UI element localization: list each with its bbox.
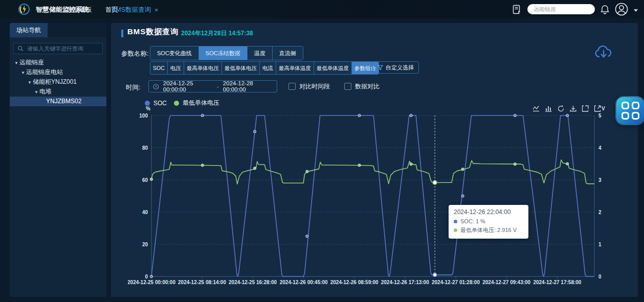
x-tick-label: 2024-12-25 00:00:00 [128,280,175,285]
main-panel: BMS数据查询 2024年12月28日 14:57:38 参数名称: SOC变化… [111,23,638,297]
download-cloud-icon[interactable] [594,43,613,62]
chart-tooltip: 2024-12-26 22:04:00 SOC: 1 %最低单体电压: 2.91… [449,205,528,239]
soc-marker-dot [514,114,516,117]
checkbox-label: 对比时间段 [299,82,330,91]
tree-node-label: 远能锦座 [19,59,44,66]
tab-station-navigation[interactable]: 场站导航 [10,23,48,37]
screen: 智慧储能监控系统 数据看板首页 BMS数据查询 × [0,0,644,302]
param-tab-SOC变化曲线[interactable]: SOC变化曲线 [150,47,199,60]
tooltip-row-最低单体电压: 最低单体电压: 2.916 V [454,226,523,235]
tree-node-YNJZBMS02[interactable]: YNJZBMS02 [10,97,106,106]
sub-tab-最低单体温度[interactable]: 最低单体温度 [314,62,352,74]
soc-marker-dot [358,114,361,117]
doc-tab-label: BMS数据查询 [112,6,151,14]
caret-down-icon[interactable]: ▼ [27,78,33,87]
checkbox-对比时间段[interactable]: 对比时间段 [288,82,330,91]
bms-line-chart[interactable]: 2024-12-25 00:00:002024-12-25 08:14:0020… [128,100,629,294]
nav-menu-item-0[interactable]: 数据看板 [66,6,92,14]
time-range-end: 2024-12-28 00:00:00 [223,80,273,92]
caret-down-icon[interactable]: ▼ [33,87,39,97]
sub-tab-最高单体温度[interactable]: 最高单体温度 [276,62,314,74]
doc-tab-bms-query[interactable]: BMS数据查询 × [112,6,159,14]
x-tick-label: 2024-12-27 09:43:00 [482,280,530,285]
time-range-separator: - [217,83,219,89]
close-tab-icon[interactable]: × [154,7,159,13]
soc-marker-dot [150,275,152,277]
sub-tab-最高单体电压[interactable]: 最高单体电压 [184,62,222,74]
x-tick-label: 2024-12-27 01:28:00 [432,280,480,285]
checkbox-box[interactable] [344,83,351,90]
tree-node-label: 电堆 [39,88,52,95]
y-left-label-60: 60 [142,177,148,183]
voltage-marker-dot [253,167,256,170]
sub-tab-最低单体电压[interactable]: 最低单体电压 [222,62,260,74]
tree-node-电堆[interactable]: ▼电堆 [10,87,106,97]
tooltip-series-dot [454,220,457,223]
x-tick-label: 2024-12-27 17:58:00 [533,280,581,285]
voltage-marker-dot [358,164,361,167]
y-left-label-20: 20 [142,242,148,247]
tree-node-储能柜YNJZ001[interactable]: ▼储能柜YNJZ001 [10,77,106,87]
x-tick-label: 2024-12-26 00:45:00 [280,280,328,285]
sub-tab-电流[interactable]: 电流 [260,62,276,74]
voltage-marker-dot [514,163,516,166]
caret-down-icon[interactable]: ▼ [13,58,19,68]
sidebar-tabstrip: 场站导航 [10,23,106,37]
grid-apps-icon [621,102,639,120]
tooltip-rows: SOC: 1 %最低单体电压: 2.916 V [454,217,523,235]
y-left-label-0: 0 [145,274,148,280]
checkbox-数据对比[interactable]: 数据对比 [344,82,380,91]
user-menu-caret-icon[interactable] [634,9,638,12]
param-name-label: 参数名称: [121,50,148,58]
x-tick-label: 2024-12-25 16:28:00 [229,280,277,285]
tooltip-series-dot [454,228,457,232]
user-avatar-icon[interactable] [615,3,628,16]
sidebar-search-input[interactable] [26,45,102,52]
nav-menu: 数据看板首页 [66,6,118,14]
station-search-input[interactable] [527,4,595,14]
highlight-voltage-point [433,180,437,184]
app-logo-icon [18,4,30,15]
custom-select-button[interactable]: 自定义选择 [372,61,419,74]
y-right-label-1: 1 [598,242,602,247]
sidebar-station-nav: 场站导航 ▼远能锦座▼远能锦座电站▼储能柜YNJZ001▼电堆YNJZBMS02 [10,23,106,297]
x-tick-label: 2024-12-25 08:14:00 [178,280,226,285]
param-tab-group: SOC变化曲线SOC冻结数据温度直流侧 [150,46,303,60]
soc-marker-dot [306,235,308,238]
report-document-icon[interactable] [512,5,522,14]
custom-select-label: 自定义选择 [386,64,414,72]
tree-node-远能锦座[interactable]: ▼远能锦座 [10,58,106,67]
sub-tab-电压[interactable]: 电压 [168,62,184,74]
compare-checkboxes: 对比时间段数据对比 [288,80,380,92]
soc-marker-dot [253,130,256,133]
notification-bell-icon[interactable] [601,5,609,14]
y-right-unit: V [602,106,605,111]
param-tab-温度[interactable]: 温度 [248,47,273,60]
time-range-start: 2024-12-25 00:00:00 [163,80,213,92]
y-left-label-40: 40 [142,210,148,215]
param-tab-直流侧[interactable]: 直流侧 [273,47,303,60]
current-timestamp: 2024年12月28日 14:57:38 [181,29,253,38]
param-sub-tab-group: SOC电压最高单体电压最低单体电压电流最高单体温度最低单体温度参数组合 [150,61,379,75]
x-tick-label: 2024-12-26 17:13:00 [381,280,429,285]
quick-panel-button[interactable] [616,97,644,124]
voltage-marker-dot [410,163,412,166]
voltage-marker-dot [150,178,152,180]
tree-node-远能锦座电站[interactable]: ▼远能锦座电站 [10,67,106,77]
series-line-SOC [151,115,594,276]
param-tab-SOC冻结数据[interactable]: SOC冻结数据 [199,47,248,60]
y-right-label-3: 3 [598,177,602,183]
time-label: 时间: [126,83,140,92]
checkbox-box[interactable] [288,83,296,90]
y-right-label-2: 2 [598,210,602,215]
navbar-right [512,0,638,18]
time-range-picker[interactable]: 2024-12-25 00:00:00 - 2024-12-28 00:00:0… [148,80,277,92]
sub-tab-SOC[interactable]: SOC [150,62,168,74]
voltage-marker-dot [201,164,204,167]
checkbox-label: 数据对比 [355,82,380,91]
voltage-marker-dot [306,170,308,173]
y-left-label-80: 80 [142,145,148,151]
tooltip-series-value: SOC: 1 % [460,217,485,226]
tooltip-timestamp: 2024-12-26 22:04:00 [454,208,523,216]
caret-down-icon[interactable]: ▼ [20,68,26,78]
